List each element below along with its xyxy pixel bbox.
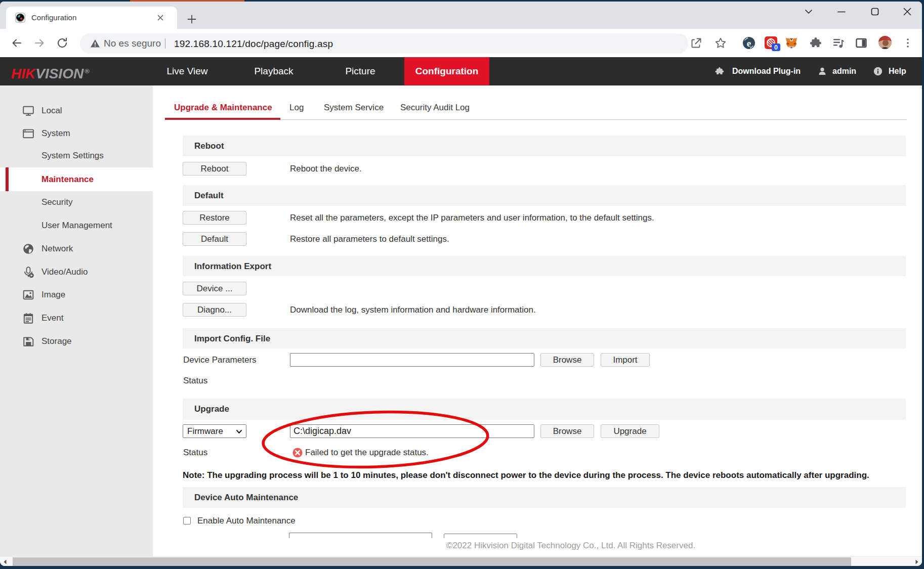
camera-favicon-icon bbox=[15, 13, 25, 23]
default-desc: Restore all parameters to default settin… bbox=[290, 232, 449, 246]
microphone-icon bbox=[22, 266, 34, 278]
sidebar-item-system[interactable]: System bbox=[0, 122, 153, 145]
import-browse-button[interactable]: Browse bbox=[540, 353, 594, 367]
monitor-icon bbox=[22, 105, 34, 117]
window-close-button[interactable] bbox=[902, 6, 913, 17]
sidebar-item-system-settings[interactable]: System Settings bbox=[0, 144, 153, 167]
diagnose-button[interactable]: Diagno... bbox=[183, 303, 246, 317]
nav-picture[interactable]: Picture bbox=[330, 57, 391, 85]
tab-strip: Configuration bbox=[0, 2, 922, 29]
plugin-puzzle-icon bbox=[715, 67, 724, 76]
extension-adblock-icon[interactable]: 0 bbox=[765, 36, 782, 53]
active-item-red-bar bbox=[6, 167, 9, 191]
sidebar-item-event[interactable]: Event bbox=[0, 307, 153, 330]
upgrade-browse-button[interactable]: Browse bbox=[540, 424, 594, 438]
section-header-information-export: Information Export bbox=[183, 256, 906, 276]
download-plugin-link[interactable]: Download Plug-in bbox=[732, 57, 801, 85]
scroll-left-arrow[interactable] bbox=[2, 558, 9, 565]
tab-search-chevron-icon[interactable] bbox=[803, 6, 814, 17]
bookmark-star-icon[interactable] bbox=[714, 36, 727, 50]
nav-configuration[interactable]: Configuration bbox=[404, 57, 489, 85]
device-parameters-label: Device Parameters bbox=[183, 353, 257, 367]
adblock-badge-count: 0 bbox=[774, 44, 778, 51]
scrollbar-thumb[interactable] bbox=[13, 557, 851, 566]
sidebar-item-security[interactable]: Security bbox=[0, 191, 153, 214]
select-chevron-icon bbox=[236, 428, 242, 435]
window-maximize-button[interactable] bbox=[869, 6, 880, 17]
sidebar-item-maintenance[interactable]: Maintenance bbox=[0, 167, 153, 191]
browser-toolbar: No es seguro 192.168.10.121/doc/page/con… bbox=[0, 29, 922, 57]
hikvision-header: HIKVISION® Live View Playback Picture Co… bbox=[0, 57, 922, 85]
section-header-reboot: Reboot bbox=[183, 136, 906, 156]
extension-metamask-icon[interactable] bbox=[785, 36, 798, 50]
section-header-default: Default bbox=[183, 185, 906, 206]
nav-live-view[interactable]: Live View bbox=[157, 57, 218, 85]
firmware-select[interactable]: Firmware bbox=[183, 424, 246, 438]
diagnose-desc: Download the log, system information and… bbox=[290, 303, 536, 317]
security-warning-label[interactable]: No es seguro bbox=[104, 33, 161, 54]
import-button[interactable]: Import bbox=[601, 353, 650, 367]
sidebar-item-user-management[interactable]: User Management bbox=[0, 214, 153, 237]
extensions-puzzle-icon[interactable] bbox=[809, 36, 822, 50]
tab-log[interactable]: Log bbox=[289, 99, 304, 117]
user-icon bbox=[818, 67, 827, 76]
restore-desc: Reset all the parameters, except the IP … bbox=[290, 211, 654, 225]
enable-auto-maintenance-checkbox[interactable] bbox=[183, 517, 191, 524]
not-secure-warning-icon bbox=[90, 38, 100, 49]
extension-e-icon[interactable]: e bbox=[742, 36, 755, 50]
restore-button[interactable]: Restore bbox=[183, 211, 246, 225]
tab-upgrade-maintenance[interactable]: Upgrade & Maintenance bbox=[174, 99, 272, 117]
sidebar-item-image[interactable]: Image bbox=[0, 283, 153, 307]
reboot-button[interactable]: Reboot bbox=[183, 162, 246, 176]
image-icon bbox=[22, 289, 34, 301]
back-button[interactable] bbox=[10, 36, 23, 50]
tab-system-service[interactable]: System Service bbox=[324, 99, 384, 117]
upgrade-button[interactable]: Upgrade bbox=[601, 424, 659, 438]
device-parameters-input[interactable] bbox=[290, 353, 534, 367]
browser-window: Configuration bbox=[0, 2, 922, 566]
window-minimize-button[interactable] bbox=[836, 6, 847, 17]
help-link[interactable]: Help bbox=[889, 57, 906, 85]
sidebar-item-video-audio[interactable]: Video/Audio bbox=[0, 260, 153, 284]
section-header-import-config: Import Config. File bbox=[183, 328, 906, 348]
browser-tab[interactable]: Configuration bbox=[6, 7, 177, 29]
nav-playback[interactable]: Playback bbox=[243, 57, 304, 85]
sidebar-item-network[interactable]: Network bbox=[0, 237, 153, 260]
device-export-button[interactable]: Device ... bbox=[183, 282, 246, 295]
scroll-right-arrow[interactable] bbox=[913, 558, 920, 565]
system-window-icon bbox=[22, 127, 34, 140]
profile-avatar[interactable] bbox=[878, 35, 892, 50]
tab-security-audit-log[interactable]: Security Audit Log bbox=[400, 99, 470, 117]
event-notepad-icon bbox=[22, 312, 34, 324]
storage-disk-icon bbox=[22, 335, 34, 347]
horizontal-scrollbar[interactable] bbox=[0, 556, 922, 566]
reload-button[interactable] bbox=[56, 36, 69, 50]
footer: ©2022 Hikvision Digital Technology Co., … bbox=[153, 538, 922, 556]
section-header-auto-maintenance: Device Auto Maintenance bbox=[183, 487, 906, 508]
tab-close-icon[interactable] bbox=[156, 14, 164, 22]
share-icon[interactable] bbox=[690, 36, 703, 50]
copyright-text: ©2022 Hikvision Digital Technology Co., … bbox=[446, 538, 695, 553]
url-separator bbox=[165, 38, 165, 49]
upgrade-status-label: Status bbox=[183, 446, 207, 459]
sidebar-item-storage[interactable]: Storage bbox=[0, 330, 153, 353]
browser-menu-kebab-icon[interactable] bbox=[901, 36, 914, 50]
help-info-icon bbox=[873, 67, 883, 76]
network-globe-icon bbox=[22, 243, 34, 255]
user-name[interactable]: admin bbox=[832, 57, 856, 85]
hikvision-logo: HIKVISION® bbox=[11, 57, 90, 85]
url-text[interactable]: 192.168.10.121/doc/page/config.asp bbox=[174, 33, 333, 54]
side-panel-icon[interactable] bbox=[855, 36, 868, 50]
address-bar[interactable]: No es seguro 192.168.10.121/doc/page/con… bbox=[80, 33, 688, 54]
forward-button[interactable] bbox=[33, 36, 46, 50]
reboot-desc: Reboot the device. bbox=[290, 162, 362, 176]
sidebar: Local System System Settings Maintenance… bbox=[0, 85, 153, 556]
default-button[interactable]: Default bbox=[183, 232, 246, 246]
extension-playlist-icon[interactable] bbox=[832, 36, 845, 50]
new-tab-button[interactable] bbox=[186, 14, 197, 25]
import-status-label: Status bbox=[183, 374, 207, 387]
sidebar-item-local[interactable]: Local bbox=[0, 99, 153, 122]
red-ellipse-annotation bbox=[251, 400, 501, 480]
tab-title: Configuration bbox=[31, 7, 76, 29]
active-tab-underline bbox=[165, 118, 280, 120]
